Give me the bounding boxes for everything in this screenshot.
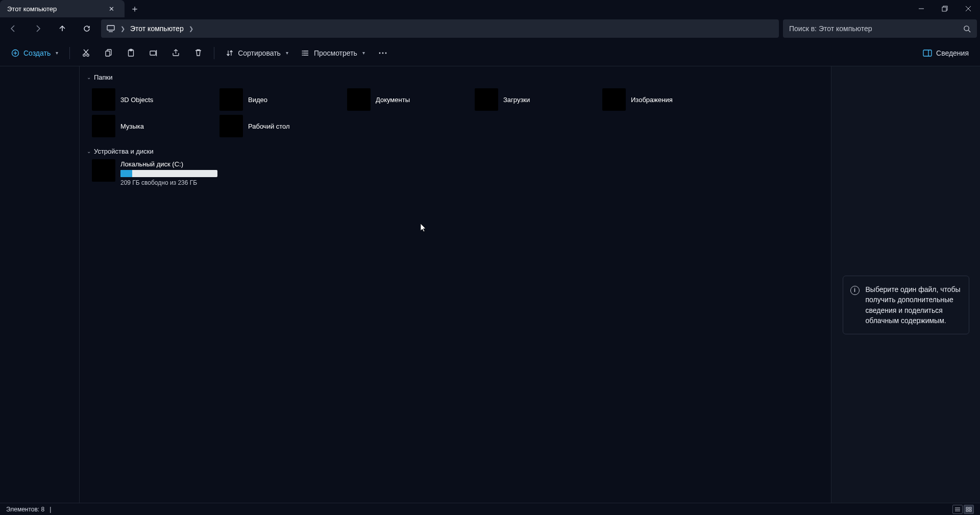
folder-3d-objects[interactable]: 3D Objects [89,86,216,113]
details-empty-message: i Выберите один файл, чтобы получить доп… [843,276,969,334]
tab-title: Этот компьютер [7,5,57,13]
group-header-drives[interactable]: ⌄ Устройства и диски [80,144,831,158]
new-tab-button[interactable]: ＋ [125,0,145,17]
close-tab-icon[interactable]: ✕ [106,4,117,14]
folder-label: Загрузки [503,96,530,104]
more-button[interactable] [373,48,393,58]
folder-label: Рабочий стол [248,122,290,130]
drive-free-text: 209 ГБ свободно из 236 ГБ [120,179,300,186]
new-label: Создать [23,49,51,57]
command-bar: Создать ▾ Сортировать ▾ Просмотреть ▾ Св… [0,40,980,66]
navigation-pane[interactable] [0,66,80,503]
tab-this-pc[interactable]: Этот компьютер ✕ [0,0,125,17]
titlebar: Этот компьютер ✕ ＋ [0,0,980,17]
view-button[interactable]: Просмотреть ▾ [297,46,370,60]
navigation-row: ❯ Этот компьютер ❯ [0,17,980,40]
rename-button[interactable] [143,45,163,60]
chevron-down-icon: ⌄ [87,75,91,80]
close-window-button[interactable] [957,0,980,17]
chevron-down-icon: ▾ [362,50,365,56]
folder-label: 3D Objects [120,96,153,104]
svg-point-13 [87,54,89,56]
folder-icon [92,115,115,137]
folder-desktop[interactable]: Рабочий стол [216,113,344,139]
toolbar-divider [214,47,214,59]
toolbar-divider [69,47,70,59]
svg-point-29 [385,52,386,54]
svg-rect-5 [107,26,114,30]
minimize-button[interactable] [910,0,933,17]
info-icon: i [850,286,860,295]
search-icon[interactable] [963,25,971,33]
sort-button[interactable]: Сортировать ▾ [220,46,293,60]
details-message-text: Выберите один файл, чтобы получить допол… [866,284,962,326]
view-details-button[interactable] [952,505,963,514]
search-box[interactable] [783,19,977,38]
folder-documents[interactable]: Документы [344,86,472,113]
svg-rect-35 [966,507,968,509]
svg-rect-2 [942,7,946,11]
forward-button[interactable] [28,19,48,38]
group-folders-label: Папки [94,73,113,81]
folder-downloads[interactable]: Загрузки [472,86,599,113]
folder-label: Документы [376,96,410,104]
svg-point-7 [964,26,969,30]
back-button[interactable] [3,19,23,38]
maximize-button[interactable] [933,0,957,17]
svg-rect-30 [923,50,932,56]
svg-point-28 [382,52,383,54]
chevron-down-icon: ⌄ [87,149,91,154]
new-button[interactable]: Создать ▾ [6,46,63,60]
chevron-right-icon[interactable]: ❯ [120,26,125,32]
folder-videos[interactable]: Видео [216,86,344,113]
svg-line-8 [968,30,970,32]
details-pane-toggle[interactable]: Сведения [918,46,974,60]
view-label: Просмотреть [314,49,357,57]
folder-label: Музыка [120,122,144,130]
drive-capacity-bar [120,170,217,177]
chevron-right-icon[interactable]: ❯ [189,26,193,32]
delete-button[interactable] [188,45,208,60]
folder-music[interactable]: Музыка [89,113,216,139]
drive-used-fill [120,170,132,177]
view-mode-toggle [952,505,974,514]
content-area[interactable]: ⌄ Папки 3D Objects Видео Документы Загру… [80,66,831,503]
tabstrip: Этот компьютер ✕ ＋ [0,0,145,17]
group-drives-label: Устройства и диски [94,148,154,155]
drive-name: Локальный диск (C:) [120,160,300,168]
folder-icon [219,115,243,137]
window-controls [910,0,980,17]
svg-point-25 [302,53,303,54]
chevron-down-icon: ▾ [56,50,58,56]
titlebar-drag-region[interactable] [145,0,910,17]
status-item-count: Элементов: 8 [6,506,44,513]
drive-icon [92,159,115,182]
svg-line-15 [84,50,88,54]
drive-c[interactable]: Локальный диск (C:) 209 ГБ свободно из 2… [89,158,303,187]
breadcrumb-this-pc[interactable]: Этот компьютер [130,24,184,33]
folder-icon [92,88,115,111]
svg-rect-16 [106,51,110,56]
svg-point-12 [83,54,85,56]
folder-pictures[interactable]: Изображения [599,86,727,113]
folder-icon [475,88,498,111]
folder-icon [347,88,371,111]
svg-rect-19 [150,51,156,55]
search-input[interactable] [789,24,959,33]
group-header-folders[interactable]: ⌄ Папки [80,70,831,84]
paste-button[interactable] [121,45,140,60]
cut-button[interactable] [76,45,95,60]
up-button[interactable] [52,19,72,38]
svg-rect-38 [969,510,971,511]
svg-point-24 [302,51,303,52]
svg-line-14 [84,50,88,54]
chevron-down-icon: ▾ [286,50,288,56]
refresh-button[interactable] [77,19,97,38]
copy-button[interactable] [99,45,118,60]
folder-label: Видео [248,96,267,104]
view-tiles-button[interactable] [964,505,974,514]
folder-icon [219,88,243,111]
share-button[interactable] [166,45,185,60]
drive-body: Локальный диск (C:) 209 ГБ свободно из 2… [120,159,300,186]
breadcrumb-bar[interactable]: ❯ Этот компьютер ❯ [101,19,779,38]
